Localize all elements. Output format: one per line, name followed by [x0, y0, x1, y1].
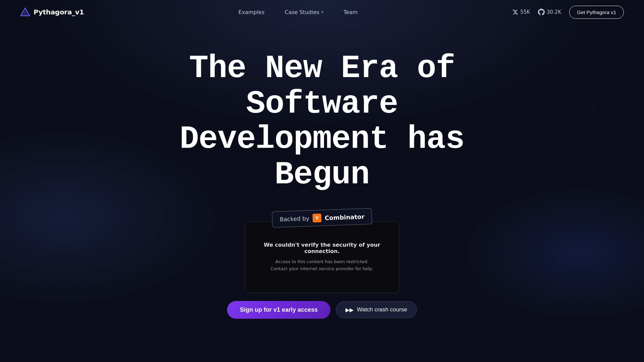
twitter-stat[interactable]: 55K: [512, 9, 530, 15]
nav-link-team[interactable]: Team: [343, 9, 358, 15]
hero-title: The New Era of Software Development has …: [138, 51, 506, 192]
navbar: Pythagora_v1 Examples Case Studies ▾ Tea…: [0, 0, 644, 24]
video-error-desc: Access to this content has been restrict…: [268, 258, 376, 273]
fast-forward-icon: ▶▶: [345, 307, 354, 313]
github-stat[interactable]: 30.2K: [538, 9, 561, 15]
video-error-title: We couldn't verify the security of your …: [255, 242, 389, 254]
nav-right-area: 55K 30.2K Get Pythagora v1: [512, 6, 624, 19]
github-icon: [538, 9, 545, 15]
nav-logo-area[interactable]: Pythagora_v1: [20, 7, 84, 17]
logo-text: Pythagora_v1: [34, 8, 84, 16]
nav-links: Examples Case Studies ▾ Team: [238, 9, 358, 15]
x-icon: [512, 9, 518, 15]
yc-badge: Backed by Y Combinator: [272, 208, 372, 228]
yc-icon: Y: [313, 214, 322, 223]
get-pythagora-button[interactable]: Get Pythagora v1: [569, 6, 624, 19]
hero-section: The New Era of Software Development has …: [0, 24, 644, 319]
cta-buttons: Sign up for v1 early access ▶▶ Watch cra…: [227, 301, 417, 319]
nav-link-examples[interactable]: Examples: [238, 9, 265, 15]
signup-button[interactable]: Sign up for v1 early access: [227, 301, 330, 319]
chevron-down-icon: ▾: [321, 10, 323, 14]
logo-icon: [20, 7, 30, 17]
backed-by-badge: Backed by Y Combinator: [272, 210, 372, 226]
nav-link-case-studies[interactable]: Case Studies ▾: [285, 9, 324, 15]
video-card: We couldn't verify the security of your …: [245, 221, 399, 293]
watch-button[interactable]: ▶▶ Watch crash course: [336, 301, 417, 318]
